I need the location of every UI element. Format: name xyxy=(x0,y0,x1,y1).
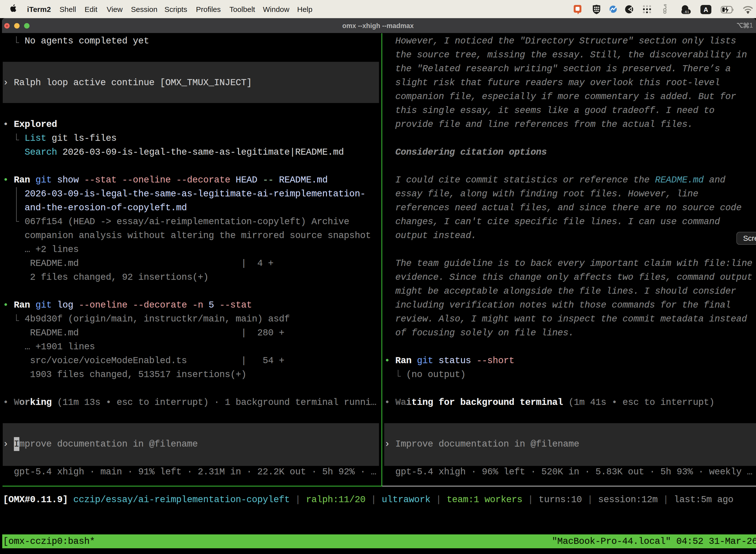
svg-text:A: A xyxy=(704,6,708,13)
svg-text:..61: ..61 xyxy=(683,10,689,14)
svg-text:1: 1 xyxy=(749,22,753,28)
